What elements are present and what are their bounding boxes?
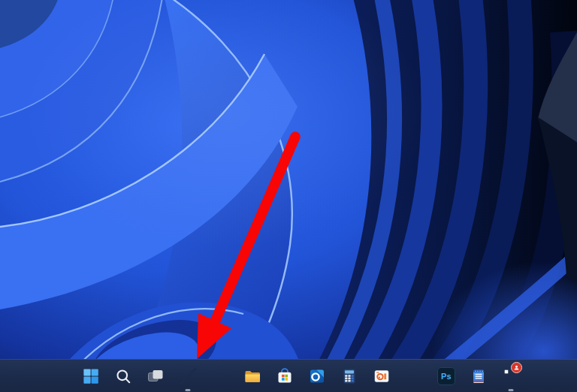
- running-indicator-copilot: [186, 389, 191, 391]
- wallpaper-windows-bloom: [0, 0, 577, 392]
- task-view-button[interactable]: [142, 363, 169, 390]
- powerpoint-slide-icon: [373, 367, 391, 385]
- file-explorer-folder-icon: [243, 367, 261, 385]
- windows-start-icon: [82, 367, 100, 385]
- notepad-icon: [470, 367, 488, 385]
- search-button[interactable]: [110, 363, 137, 390]
- copilot-button[interactable]: [174, 363, 201, 390]
- calculator-icon: [340, 367, 358, 385]
- photoshop-button[interactable]: Ps: [433, 363, 460, 390]
- chrome-icon: [502, 367, 520, 385]
- photoshop-icon: Ps: [437, 367, 455, 385]
- powerpoint-button[interactable]: [368, 363, 395, 390]
- microsoft-store-icon: [276, 367, 294, 385]
- photoshop-glyph: Ps: [441, 372, 452, 381]
- firefox-button[interactable]: [400, 363, 427, 390]
- notepad-button[interactable]: [465, 363, 492, 390]
- outlook-icon: [308, 367, 326, 385]
- file-explorer-button[interactable]: [239, 363, 266, 390]
- copilot-icon: [179, 367, 197, 385]
- running-indicator-chrome: [509, 389, 514, 391]
- calculator-button[interactable]: [336, 363, 363, 390]
- microsoft-store-button[interactable]: [271, 363, 298, 390]
- task-view-icon: [147, 367, 165, 385]
- taskbar: Ps: [0, 359, 577, 392]
- chrome-button[interactable]: [497, 363, 524, 390]
- taskbar-icon-row: Ps: [77, 363, 524, 390]
- firefox-icon: [405, 367, 423, 385]
- outlook-button[interactable]: [304, 363, 331, 390]
- edge-button[interactable]: [207, 363, 234, 390]
- search-icon: [114, 367, 132, 385]
- person-icon: [513, 364, 520, 371]
- chrome-profile-badge: [511, 362, 522, 373]
- start-button[interactable]: [77, 363, 104, 390]
- desktop-screen: Ps: [0, 0, 577, 392]
- edge-browser-icon: [211, 367, 229, 385]
